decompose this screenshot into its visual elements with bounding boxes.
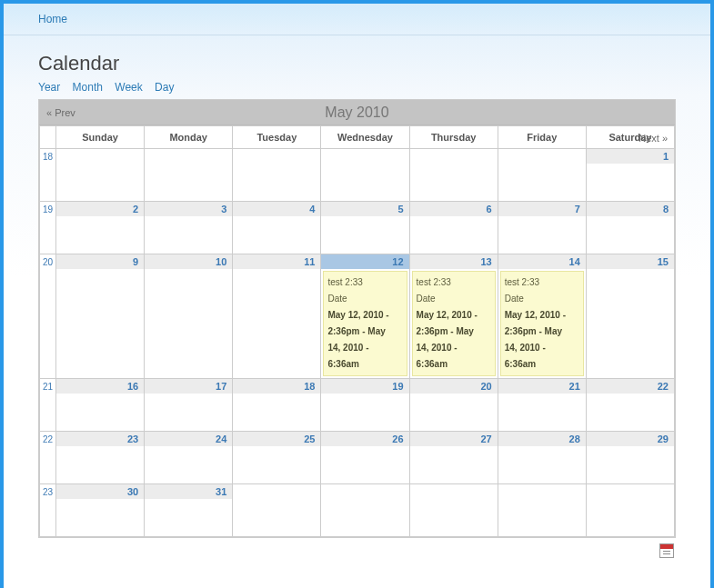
day-cell[interactable]: 17 [145,379,233,432]
event-date: 6:36am [505,357,579,372]
day-number: 19 [321,379,408,394]
day-cell[interactable]: 19 [321,379,409,432]
day-number: 28 [498,432,586,446]
day-number: 5 [321,202,408,216]
day-cell[interactable]: 2 [56,202,145,254]
day-cell[interactable]: 29 [586,432,674,484]
day-number: 10 [145,254,232,269]
day-cell[interactable]: 11 [233,254,321,379]
day-cell[interactable]: 4 [233,202,321,254]
calendar-nav: « Prev May 2010 Next » [39,100,675,125]
top-nav: Home [4,4,710,35]
event-title: test 2:33 [505,275,579,290]
event-item[interactable]: test 2:33DateMay 12, 2010 -2:36pm - May1… [323,271,407,376]
day-cell[interactable]: 12test 2:33DateMay 12, 2010 -2:36pm - Ma… [321,254,409,379]
event-date: 6:36am [417,357,491,372]
day-cell[interactable]: 22 [586,379,674,432]
day-header: Wednesday [321,126,409,149]
day-cell[interactable]: 26 [321,432,409,484]
day-cell[interactable] [233,484,321,537]
day-cell[interactable]: 27 [409,432,498,484]
day-cell[interactable]: 9 [56,254,145,379]
day-number: 27 [410,432,498,446]
day-cell[interactable]: 25 [233,432,321,484]
day-cell[interactable]: 7 [498,202,586,254]
day-cell[interactable] [233,149,321,202]
day-cell[interactable]: 31 [145,484,233,537]
day-number: 29 [587,432,674,446]
day-cell[interactable]: 23 [56,432,145,484]
day-cell[interactable]: 6 [409,202,498,254]
footer-icons [38,543,676,561]
day-header: Thursday [409,126,498,149]
day-number: 12 [321,254,408,269]
event-label: Date [417,292,491,306]
day-cell[interactable] [56,149,145,202]
week-row: 233031 [40,484,675,537]
event-date: 14, 2010 - [417,341,491,355]
day-number: 15 [587,254,674,269]
day-header: Sunday [56,126,145,149]
header-row: Sunday Monday Tuesday Wednesday Thursday… [40,126,675,149]
event-date: May 12, 2010 - [505,308,579,323]
day-cell[interactable]: 30 [56,484,145,537]
view-day-link[interactable]: Day [155,81,174,94]
day-cell[interactable]: 21 [498,379,586,432]
day-cell[interactable]: 15 [586,254,674,379]
day-number: 26 [321,432,408,446]
day-header: Friday [498,126,586,149]
day-cell[interactable] [321,149,409,202]
day-cell[interactable] [409,484,498,537]
month-label: May 2010 [39,100,675,125]
day-cell[interactable] [498,484,586,537]
event-date: 2:36pm - May [417,324,491,339]
day-cell[interactable]: 5 [321,202,409,254]
day-number: 23 [56,432,144,446]
event-label: Date [505,292,579,306]
day-number: 17 [145,379,232,394]
day-number: 13 [410,254,498,269]
day-cell[interactable]: 18 [233,379,321,432]
day-number: 25 [233,432,320,446]
day-header: Monday [145,126,233,149]
day-number: 8 [587,202,674,216]
event-item[interactable]: test 2:33DateMay 12, 2010 -2:36pm - May1… [500,271,584,376]
week-number: 19 [40,202,56,254]
view-year-link[interactable]: Year [38,81,60,94]
day-number: 24 [145,432,232,446]
day-cell[interactable]: 3 [145,202,233,254]
view-month-link[interactable]: Month [73,81,103,94]
event-label: Date [327,292,402,306]
day-cell[interactable]: 28 [498,432,586,484]
day-number: 30 [56,484,144,499]
day-number: 31 [145,484,232,499]
week-row: 2116171819202122 [40,379,675,432]
day-number: 21 [498,379,586,394]
day-cell[interactable]: 20 [409,379,498,432]
weeknum-header [40,126,56,149]
day-header: Tuesday [233,126,321,149]
page-title: Calendar [38,52,676,75]
day-cell[interactable] [586,484,674,537]
day-cell[interactable]: 8 [586,202,674,254]
event-item[interactable]: test 2:33DateMay 12, 2010 -2:36pm - May1… [412,271,496,376]
home-link[interactable]: Home [38,13,67,25]
next-button[interactable]: Next » [639,125,668,151]
day-cell[interactable]: 14test 2:33DateMay 12, 2010 -2:36pm - Ma… [498,254,586,379]
day-cell[interactable] [321,484,409,537]
week-number: 21 [40,379,56,432]
day-cell[interactable] [145,149,233,202]
day-cell[interactable] [498,149,586,202]
day-cell[interactable] [409,149,498,202]
day-cell[interactable]: 13test 2:33DateMay 12, 2010 -2:36pm - Ma… [409,254,498,379]
calendar: « Prev May 2010 Next » Sunday Monday Tue… [38,99,676,538]
view-week-link[interactable]: Week [115,81,142,94]
day-number: 6 [410,202,498,216]
day-cell[interactable]: 1 [586,149,674,202]
event-title: test 2:33 [417,275,491,290]
day-cell[interactable]: 16 [56,379,145,432]
prev-button[interactable]: « Prev [46,100,75,125]
day-cell[interactable]: 10 [145,254,233,379]
day-cell[interactable]: 24 [145,432,233,484]
ical-icon[interactable] [659,543,674,558]
